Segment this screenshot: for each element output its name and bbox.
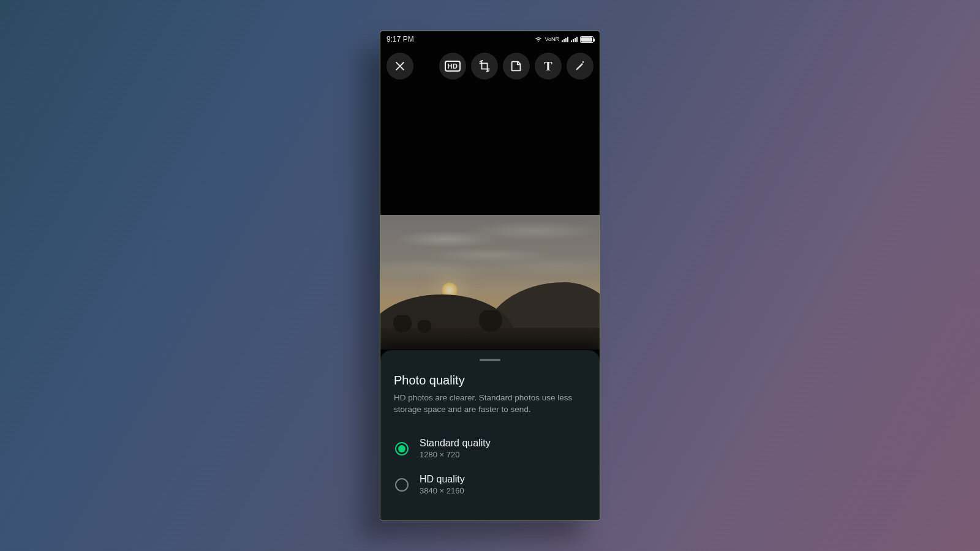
pencil-icon	[574, 60, 586, 72]
text-icon: T	[544, 59, 552, 73]
wifi-icon	[535, 36, 542, 42]
option-resolution: 1280 × 720	[420, 450, 491, 459]
sheet-title: Photo quality	[394, 373, 586, 388]
phone-frame: 9:17 PM VoNR 95 HD	[380, 31, 600, 520]
radio-selected-icon	[395, 442, 409, 455]
option-label: HD quality	[420, 474, 465, 485]
status-indicators: VoNR 95	[535, 36, 594, 43]
sheet-description: HD photos are clearer. Standard photos u…	[394, 392, 586, 416]
signal-icon-2	[571, 36, 578, 42]
draw-button[interactable]	[567, 53, 594, 80]
sheet-grabber[interactable]	[480, 359, 500, 361]
battery-icon: 95	[580, 36, 594, 43]
status-bar: 9:17 PM VoNR 95	[380, 31, 600, 47]
hd-icon: HD	[445, 61, 461, 72]
option-hd-quality[interactable]: HD quality 3840 × 2160	[394, 467, 586, 503]
close-icon	[394, 60, 406, 72]
option-standard-quality[interactable]: Standard quality 1280 × 720	[394, 430, 586, 467]
close-button[interactable]	[386, 53, 413, 80]
signal-icon-1	[562, 36, 568, 42]
option-label: Standard quality	[420, 438, 491, 449]
sticker-button[interactable]	[503, 53, 530, 80]
option-resolution: 3840 × 2160	[420, 486, 465, 495]
photo-scrim	[380, 215, 600, 350]
desktop-background: 9:17 PM VoNR 95 HD	[0, 0, 980, 551]
photo-quality-sheet: Photo quality HD photos are clearer. Sta…	[380, 350, 600, 520]
battery-percent: 95	[581, 37, 593, 42]
crop-rotate-button[interactable]	[471, 53, 498, 80]
status-time: 9:17 PM	[386, 35, 414, 43]
sticker-icon	[510, 59, 523, 73]
crop-rotate-icon	[478, 59, 491, 73]
editor-toolbar: HD T	[380, 47, 600, 85]
radio-unselected-icon	[395, 478, 409, 492]
text-button[interactable]: T	[535, 53, 562, 80]
hd-quality-button[interactable]: HD	[439, 53, 466, 80]
network-label: VoNR	[545, 36, 559, 42]
